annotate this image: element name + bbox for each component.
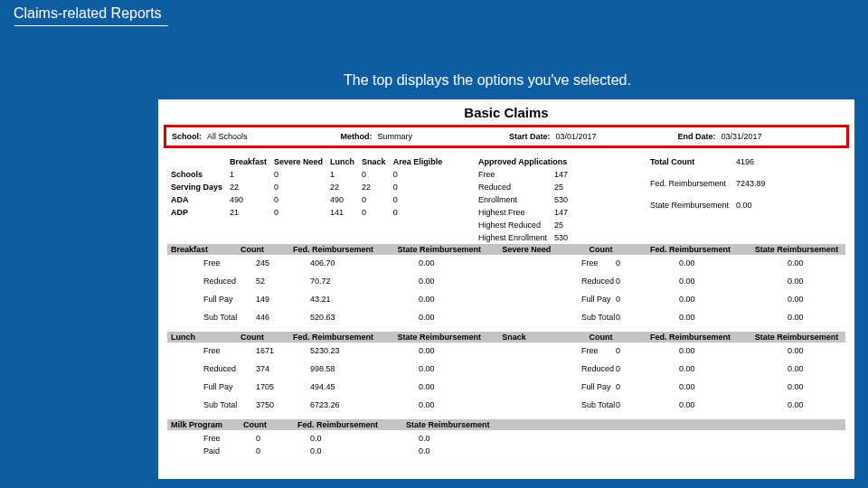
col-area-eligible: Area Eligible (390, 155, 447, 168)
detail-section: Free245406.700.00Reduced5270.720.00Full … (158, 255, 854, 332)
selected-options-highlight: School:All Schools Method:Summary Start … (164, 125, 849, 148)
data-row: Sub Total37506723.260.00 (167, 399, 527, 411)
header-title: Claims-related Reports (14, 5, 162, 21)
section-left-title: Lunch (171, 333, 241, 342)
data-row: Free245406.700.00 (167, 257, 527, 269)
data-row: Reduced00.000.00 (527, 362, 868, 375)
data-row: Free00.00.0 (167, 432, 845, 445)
param-school-label: School: (172, 132, 202, 141)
col-breakfast: Breakfast (226, 155, 270, 168)
approved-apps-header: Approved Applications (475, 155, 571, 168)
data-row: Reduced5270.720.00 (167, 275, 527, 287)
param-end-value: 03/31/2017 (722, 132, 762, 141)
data-row: Reduced374998.580.00 (167, 362, 527, 375)
row-adp: ADP (167, 206, 226, 219)
row-serving-days: Serving Days (167, 181, 226, 193)
total-count-label: Total Count (646, 155, 732, 168)
param-end-label: End Date: (678, 132, 716, 141)
annotation-text: The top displays the options you've sele… (344, 72, 631, 88)
report-title: Basic Claims (464, 105, 548, 120)
detail-sections: BreakfastCountFed. ReimbursementState Re… (158, 244, 854, 460)
row-ada: ADA (167, 193, 226, 206)
data-row: Sub Total00.000.00 (527, 311, 868, 324)
data-row: Sub Total446520.630.00 (167, 311, 527, 324)
data-row: Free00.000.00 (527, 344, 868, 357)
param-method-value: Summary (378, 132, 413, 141)
param-method-label: Method: (341, 132, 373, 141)
data-row: Full Pay14943.210.00 (167, 293, 527, 305)
detail-header-bar: BreakfastCountFed. ReimbursementState Re… (167, 244, 845, 255)
data-row: Free16715230.230.00 (167, 344, 527, 357)
summary-block: Breakfast Severe Need Lunch Snack Area E… (158, 154, 854, 244)
col-lunch: Lunch (326, 155, 358, 168)
data-row: Free00.000.00 (527, 257, 868, 269)
param-start-label: Start Date: (509, 132, 551, 141)
detail-header-bar: Milk ProgramCountFed. ReimbursementState… (167, 419, 845, 430)
data-row: Full Pay00.000.00 (527, 293, 868, 305)
detail-header-bar: LunchCountFed. ReimbursementState Reimbu… (167, 332, 845, 343)
total-count-value: 4196 (732, 155, 769, 168)
param-start-value: 03/01/2017 (556, 132, 597, 141)
param-school-value: All Schools (207, 132, 248, 141)
approved-apps-table: Approved Applications Free147 Reduced25 … (475, 155, 571, 244)
data-row: Sub Total00.000.00 (527, 399, 868, 411)
row-schools: Schools (167, 168, 226, 181)
section-left-title: Breakfast (171, 245, 241, 254)
data-row: Full Pay00.000.00 (527, 380, 868, 393)
params-row: School:All Schools Method:Summary Start … (166, 127, 846, 145)
data-row: Full Pay1705494.450.00 (167, 380, 527, 393)
detail-section: Free16715230.230.00Reduced374998.580.00F… (158, 343, 854, 419)
totals-table: Total Count4196 Fed. Reimbursement7243.8… (646, 155, 769, 211)
data-row: Reduced00.000.00 (527, 275, 868, 287)
section-right-title: Severe Need (502, 245, 589, 254)
col-severe-need: Severe Need (270, 155, 326, 168)
col-snack: Snack (358, 155, 390, 168)
detail-section: Free00.00.0Paid00.00.0 (158, 430, 854, 460)
section-right-title: Snack (502, 333, 589, 342)
summary-table: Breakfast Severe Need Lunch Snack Area E… (167, 155, 446, 219)
section-left-title: Milk Program (171, 420, 243, 429)
report-panel: Basic Claims School:All Schools Method:S… (158, 99, 854, 479)
data-row: Paid00.00.0 (167, 445, 845, 457)
